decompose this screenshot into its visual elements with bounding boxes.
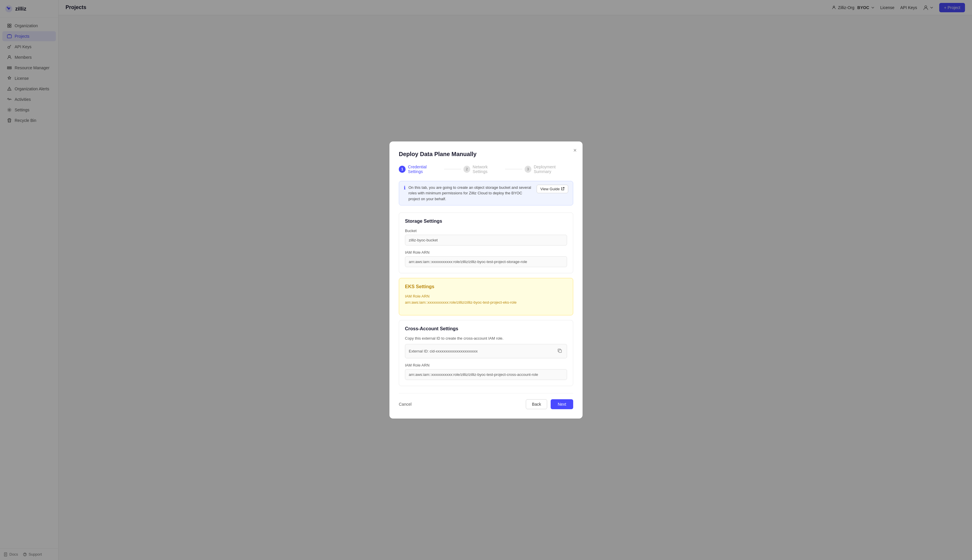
- footer-actions: Back Next: [526, 399, 573, 409]
- step-1: 1 Credential Settings: [399, 165, 442, 174]
- bucket-value: zilliz-byoc-bucket: [405, 235, 567, 245]
- step-2-label: Network Settings: [473, 165, 503, 174]
- next-button[interactable]: Next: [550, 399, 573, 409]
- step-3: 3 Deployment Summary: [525, 165, 573, 174]
- step-divider-1: [444, 169, 461, 169]
- info-banner: ℹ On this tab, you are going to create a…: [399, 181, 573, 206]
- storage-iam-role-arn-label: IAM Role ARN: [405, 250, 567, 255]
- cross-account-title: Cross-Account Settings: [405, 326, 567, 332]
- info-banner-text: On this tab, you are going to create an …: [408, 185, 534, 202]
- cross-account-iam-label: IAM Role ARN: [405, 363, 567, 367]
- step-3-label: Deployment Summary: [534, 165, 573, 174]
- eks-settings-title: EKS Settings: [405, 284, 567, 289]
- cross-account-description: Copy this external ID to create the cros…: [405, 336, 567, 340]
- storage-iam-role-arn-value: arn:aws:iam::xxxxxxxxxxx:role/zilliz/zil…: [405, 256, 567, 267]
- step-divider-2: [505, 169, 522, 169]
- svg-rect-20: [559, 350, 562, 352]
- stepper: 1 Credential Settings 2 Network Settings…: [399, 165, 573, 174]
- cross-account-settings-section: Cross-Account Settings Copy this externa…: [399, 320, 573, 386]
- step-2-number: 2: [463, 166, 470, 173]
- external-id-value: External ID: cid-xxxxxxxxxxxxxxxxxxxxxx: [405, 344, 567, 358]
- bucket-label: Bucket: [405, 228, 567, 233]
- eks-iam-role-arn-value: arn:aws:iam::xxxxxxxxxxx:role/zilliz/zil…: [405, 300, 567, 305]
- storage-settings-section: Storage Settings Bucket zilliz-byoc-buck…: [399, 212, 573, 273]
- external-id-wrap: External ID: cid-xxxxxxxxxxxxxxxxxxxxxx: [405, 344, 567, 358]
- modal-footer: Cancel Back Next: [399, 393, 573, 409]
- modal-title: Deploy Data Plane Manually: [399, 151, 573, 158]
- eks-settings-section: EKS Settings IAM Role ARN arn:aws:iam::x…: [399, 278, 573, 315]
- modal-overlay: Deploy Data Plane Manually × 1 Credentia…: [0, 0, 972, 560]
- external-link-icon: [561, 187, 564, 190]
- view-guide-button[interactable]: View Guide: [537, 185, 568, 193]
- modal-close-button[interactable]: ×: [573, 147, 577, 153]
- step-2: 2 Network Settings: [463, 165, 503, 174]
- cancel-button[interactable]: Cancel: [399, 402, 412, 407]
- info-icon: ℹ: [404, 185, 405, 190]
- step-1-number: 1: [399, 166, 405, 173]
- storage-settings-title: Storage Settings: [405, 218, 567, 224]
- step-3-number: 3: [525, 166, 531, 173]
- copy-icon: [557, 348, 562, 353]
- copy-external-id-button[interactable]: [556, 347, 563, 355]
- step-1-label: Credential Settings: [408, 165, 442, 174]
- back-button[interactable]: Back: [526, 399, 547, 409]
- eks-iam-role-arn-label: IAM Role ARN: [405, 294, 567, 298]
- deploy-modal: Deploy Data Plane Manually × 1 Credentia…: [390, 142, 582, 419]
- cross-account-iam-value: arn:aws:iam::xxxxxxxxxxx:role/zilliz/zil…: [405, 369, 567, 380]
